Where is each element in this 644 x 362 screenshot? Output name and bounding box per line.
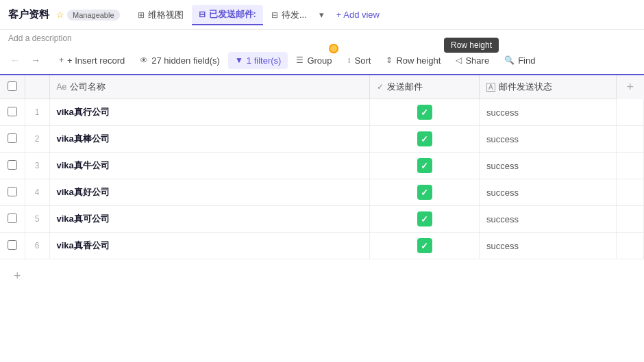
- add-view-label: + Add view: [336, 10, 380, 20]
- toolbar: ← → + + Insert record 👁 27 hidden field(…: [0, 47, 644, 75]
- company-name-header: Ae 公司名称: [49, 75, 370, 99]
- row-height-button[interactable]: ⇕ Row height: [379, 52, 447, 69]
- row-number: 5: [25, 206, 49, 233]
- row-number: 3: [25, 153, 49, 179]
- top-bar: 客户资料 ☆ Manageable ⊞ 维格视图 ⊟ 已发送邮件: ⊟ 待发..…: [0, 0, 644, 30]
- company-name-cell: vika真好公司: [49, 179, 370, 206]
- send-email-checkbox: ✓: [417, 238, 432, 253]
- find-button[interactable]: 🔍 Find: [497, 52, 542, 69]
- row-checkbox[interactable]: [8, 160, 17, 170]
- insert-icon: +: [59, 55, 64, 65]
- view-tabs: ⊞ 维格视图 ⊟ 已发送邮件: ⊟ 待发... ▾ + Add view: [131, 5, 636, 25]
- add-row-button[interactable]: +: [7, 263, 28, 289]
- table-row: 5 vika真可公司 ✓ success: [0, 206, 644, 233]
- row-height-icon: ⇕: [386, 55, 393, 65]
- row-checkbox[interactable]: [8, 187, 17, 196]
- company-name-cell: vika真可公司: [49, 206, 370, 233]
- row-checkbox-cell[interactable]: [0, 233, 25, 259]
- send-email-checkbox: ✓: [417, 105, 432, 120]
- star-icon: ☆: [56, 10, 64, 20]
- send-email-checkbox: ✓: [417, 185, 432, 200]
- send-email-cell: ✓: [370, 179, 480, 206]
- row-checkbox[interactable]: [8, 214, 17, 223]
- table-container: Ae 公司名称 ✓ 发送邮件 A 邮件发送状态 +: [0, 75, 644, 362]
- row-checkbox[interactable]: [8, 133, 17, 143]
- row-checkbox[interactable]: [8, 107, 17, 116]
- sort-icon: ↕: [347, 55, 351, 65]
- row-checkbox-cell[interactable]: [0, 179, 25, 206]
- email-status-cell: success: [480, 179, 617, 206]
- row-checkbox-cell[interactable]: [0, 153, 25, 179]
- table-row: 2 vika真棒公司 ✓ success: [0, 126, 644, 153]
- row-number: 1: [25, 99, 49, 126]
- find-icon: 🔍: [504, 55, 515, 65]
- view-tab-email-sent[interactable]: ⊟ 已发送邮件:: [192, 5, 263, 25]
- nav-forward-button[interactable]: →: [26, 51, 45, 70]
- table-row: 4 vika真好公司 ✓ success: [0, 179, 644, 206]
- row-checkbox-cell[interactable]: [0, 206, 25, 233]
- extra-col-cell: [617, 179, 644, 206]
- pending-view-icon: ⊟: [271, 10, 278, 20]
- add-column-button[interactable]: +: [617, 75, 644, 99]
- add-view-button[interactable]: + Add view: [330, 6, 386, 23]
- select-all-checkbox[interactable]: [8, 81, 17, 91]
- send-email-cell: ✓: [370, 126, 480, 153]
- send-email-cell: ✓: [370, 206, 480, 233]
- email-status-header: A 邮件发送状态: [480, 75, 617, 99]
- email-status-cell: success: [480, 99, 617, 126]
- extra-col-cell: [617, 99, 644, 126]
- nav-back-button[interactable]: ←: [5, 51, 25, 70]
- email-status-cell: success: [480, 126, 617, 153]
- table-row: 1 vika真行公司 ✓ success: [0, 99, 644, 126]
- view-tab-grid[interactable]: ⊞ 维格视图: [131, 5, 190, 25]
- send-email-checkbox: ✓: [417, 131, 432, 146]
- table-row: 3 vika真牛公司 ✓ success: [0, 153, 644, 179]
- row-checkbox[interactable]: [8, 240, 17, 250]
- company-name-cell: vika真行公司: [49, 99, 370, 126]
- subtitle-bar: Add a description: [0, 30, 644, 47]
- extra-col-cell: [617, 126, 644, 153]
- share-icon: ◁: [456, 55, 462, 65]
- email-status-col-icon: A: [486, 83, 495, 92]
- row-number: 4: [25, 179, 49, 206]
- send-email-checkbox: ✓: [417, 211, 432, 227]
- table-row: 6 vika真香公司 ✓ success: [0, 233, 644, 259]
- toolbar-nav: ← →: [5, 51, 45, 70]
- select-all-header[interactable]: [0, 75, 25, 99]
- company-col-icon: Ae: [57, 82, 67, 92]
- extra-col-cell: [617, 206, 644, 233]
- send-email-cell: ✓: [370, 233, 480, 259]
- group-button[interactable]: ☰ Group: [289, 52, 338, 69]
- row-checkbox-cell[interactable]: [0, 126, 25, 153]
- share-button[interactable]: ◁ Share: [449, 52, 496, 69]
- filter-icon: ▼: [235, 55, 243, 65]
- sort-button[interactable]: ↕ Sort: [340, 52, 378, 69]
- views-dropdown-button[interactable]: ▾: [315, 6, 328, 23]
- extra-col-cell: [617, 233, 644, 259]
- hidden-fields-button[interactable]: 👁 27 hidden field(s): [133, 52, 227, 69]
- send-email-header: ✓ 发送邮件: [370, 75, 480, 99]
- email-status-cell: success: [480, 233, 617, 259]
- insert-record-button[interactable]: + + Insert record: [52, 52, 132, 69]
- extra-col-cell: [617, 153, 644, 179]
- hidden-fields-icon: 👁: [140, 55, 148, 65]
- send-email-checkbox: ✓: [417, 158, 432, 173]
- app-title: 客户资料: [8, 8, 49, 21]
- company-name-cell: vika真香公司: [49, 233, 370, 259]
- row-number: 2: [25, 126, 49, 153]
- filter-button[interactable]: ▼ 1 filter(s): [228, 52, 288, 69]
- subtitle-text: Add a description: [8, 34, 72, 43]
- manageable-badge: Manageable: [67, 10, 120, 21]
- row-checkbox-cell[interactable]: [0, 99, 25, 126]
- email-status-cell: success: [480, 153, 617, 179]
- row-number: 6: [25, 233, 49, 259]
- row-num-header: [25, 75, 49, 99]
- company-name-cell: vika真棒公司: [49, 126, 370, 153]
- group-icon: ☰: [296, 55, 304, 65]
- send-email-cell: ✓: [370, 153, 480, 179]
- data-table: Ae 公司名称 ✓ 发送邮件 A 邮件发送状态 +: [0, 75, 644, 259]
- send-email-cell: ✓: [370, 99, 480, 126]
- view-tab-pending[interactable]: ⊟ 待发...: [264, 5, 314, 25]
- add-row-area: +: [0, 259, 644, 293]
- email-status-cell: success: [480, 206, 617, 233]
